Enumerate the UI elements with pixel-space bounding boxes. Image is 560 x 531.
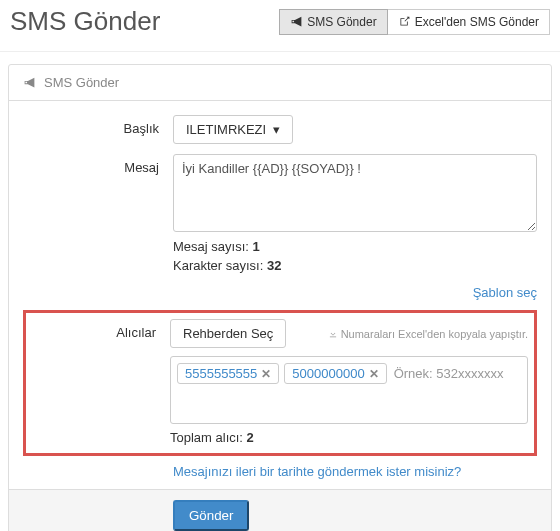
contacts-button[interactable]: Rehberden Seç xyxy=(170,319,286,348)
char-count: Karakter sayısı: 32 xyxy=(173,258,537,273)
megaphone-icon xyxy=(23,76,36,89)
remove-tag-icon[interactable]: ✕ xyxy=(369,367,379,381)
recipients-input[interactable]: 5555555555 ✕ 5000000000 ✕ Örnek: 532xxxx… xyxy=(170,356,528,424)
title-value: ILETIMRKEZI xyxy=(186,122,266,137)
title-dropdown[interactable]: ILETIMRKEZI ▾ xyxy=(173,115,293,144)
tab-sms-label: SMS Gönder xyxy=(307,15,376,29)
panel-header: SMS Gönder xyxy=(9,65,551,101)
download-icon xyxy=(328,329,338,339)
recipients-total: Toplam alıcı: 2 xyxy=(170,430,528,445)
message-count: Mesaj sayısı: 1 xyxy=(173,239,537,254)
template-link[interactable]: Şablon seç xyxy=(473,285,537,300)
message-input[interactable] xyxy=(173,154,537,232)
recipient-tag: 5555555555 ✕ xyxy=(177,363,279,384)
tab-excel-label: Excel'den SMS Gönder xyxy=(415,15,539,29)
tab-excel[interactable]: Excel'den SMS Gönder xyxy=(388,9,550,35)
excel-paste-hint: Numaraları Excel'den kopyala yapıştır. xyxy=(328,328,528,340)
header-tabs: SMS Gönder Excel'den SMS Gönder xyxy=(279,9,550,35)
message-label: Mesaj xyxy=(23,154,173,300)
page-title: SMS Gönder xyxy=(10,6,160,37)
submit-button[interactable]: Gönder xyxy=(173,500,249,531)
recipient-number: 5000000000 xyxy=(292,366,364,381)
recipients-section: Alıcılar Rehberden Seç Numaraları Excel'… xyxy=(23,310,537,456)
recipients-label: Alıcılar xyxy=(32,319,170,445)
external-link-icon xyxy=(398,15,411,28)
recipient-tag: 5000000000 ✕ xyxy=(284,363,386,384)
title-label: Başlık xyxy=(23,115,173,144)
chevron-down-icon: ▾ xyxy=(273,122,280,137)
tab-sms[interactable]: SMS Gönder xyxy=(279,9,387,35)
recipients-placeholder: Örnek: 532xxxxxxx xyxy=(392,363,506,384)
megaphone-icon xyxy=(290,15,303,28)
sms-panel: SMS Gönder Başlık ILETIMRKEZI ▾ Mesaj Me… xyxy=(8,64,552,531)
remove-tag-icon[interactable]: ✕ xyxy=(261,367,271,381)
recipient-number: 5555555555 xyxy=(185,366,257,381)
panel-title: SMS Gönder xyxy=(44,75,119,90)
schedule-link[interactable]: Mesajınızı ileri bir tarihte göndermek i… xyxy=(173,464,461,479)
panel-footer: Gönder xyxy=(9,489,551,531)
